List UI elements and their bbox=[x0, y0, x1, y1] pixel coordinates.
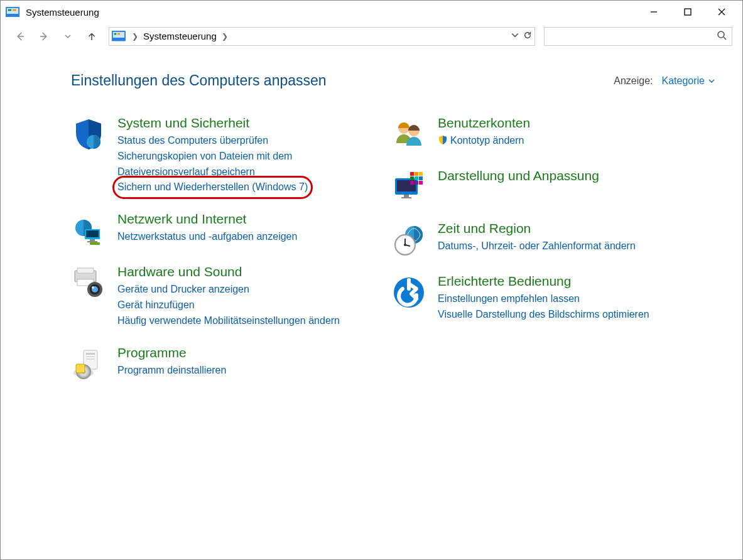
svg-rect-37 bbox=[76, 364, 85, 373]
chevron-down-icon bbox=[708, 78, 715, 84]
category-user-accounts: Benutzerkonten Kontotyp ändern bbox=[391, 116, 693, 152]
category-title[interactable]: Hardware und Sound bbox=[117, 264, 340, 279]
link-date-time-format[interactable]: Datums-, Uhrzeit- oder Zahlenformat ände… bbox=[438, 239, 636, 254]
user-accounts-icon bbox=[391, 117, 426, 152]
svg-rect-3 bbox=[13, 9, 16, 11]
link-network-status[interactable]: Netzwerkstatus und -aufgaben anzeigen bbox=[117, 229, 297, 245]
svg-rect-52 bbox=[419, 181, 423, 185]
titlebar: Systemsteuerung bbox=[1, 1, 742, 23]
chevron-right-icon[interactable]: ❯ bbox=[218, 32, 232, 41]
search-box[interactable] bbox=[544, 27, 732, 46]
category-title[interactable]: Darstellung und Anpassung bbox=[438, 168, 599, 183]
link-recommend-settings[interactable]: Einstellungen empfehlen lassen bbox=[438, 291, 649, 307]
svg-rect-49 bbox=[419, 176, 423, 180]
category-hardware-sound: Hardware und Sound Geräte und Drucker an… bbox=[71, 264, 372, 328]
history-dropdown[interactable] bbox=[57, 27, 79, 46]
svg-point-58 bbox=[404, 244, 406, 246]
svg-line-15 bbox=[724, 37, 726, 40]
search-input[interactable] bbox=[550, 28, 717, 45]
network-icon bbox=[71, 213, 106, 248]
svg-rect-33 bbox=[86, 358, 95, 360]
link-file-history[interactable]: Sicherungskopien von Dateien mit dem Dat… bbox=[117, 149, 372, 180]
up-button[interactable] bbox=[81, 27, 102, 46]
ease-of-access-icon bbox=[391, 275, 426, 310]
appearance-icon bbox=[391, 170, 426, 205]
view-label: Anzeige: bbox=[614, 75, 653, 87]
control-panel-icon bbox=[112, 30, 126, 43]
maximize-button[interactable] bbox=[671, 3, 705, 21]
svg-rect-45 bbox=[415, 172, 418, 176]
category-title[interactable]: Zeit und Region bbox=[438, 221, 636, 236]
view-select[interactable]: Kategorie bbox=[662, 75, 715, 87]
category-title[interactable]: Erleichterte Bedienung bbox=[438, 274, 649, 289]
category-time-region: Zeit und Region Datums-, Uhrzeit- oder Z… bbox=[391, 221, 693, 257]
link-backup-restore-win7[interactable]: Sichern und Wiederherstellen (Windows 7) bbox=[117, 180, 308, 195]
content-area: Einstellungen des Computers anpassen Anz… bbox=[1, 50, 742, 411]
svg-rect-46 bbox=[419, 172, 423, 176]
svg-rect-44 bbox=[410, 172, 414, 176]
category-title[interactable]: Benutzerkonten bbox=[438, 116, 530, 131]
chevron-right-icon[interactable]: ❯ bbox=[128, 32, 142, 41]
category-appearance: Darstellung und Anpassung bbox=[391, 168, 693, 205]
svg-point-29 bbox=[92, 286, 94, 289]
address-dropdown[interactable] bbox=[511, 31, 519, 42]
breadcrumb-item[interactable]: Systemsteuerung bbox=[142, 30, 218, 43]
control-panel-icon bbox=[6, 6, 19, 18]
category-programs: Programme Programm deinstallieren bbox=[71, 345, 372, 382]
search-icon[interactable] bbox=[717, 30, 727, 43]
svg-rect-5 bbox=[685, 9, 691, 15]
category-ease-of-access: Erleichterte Bedienung Einstellungen emp… bbox=[391, 274, 693, 323]
page-title: Einstellungen des Computers anpassen bbox=[71, 72, 327, 89]
svg-rect-21 bbox=[87, 241, 97, 242]
svg-rect-51 bbox=[415, 181, 418, 185]
link-check-status[interactable]: Status des Computers überprüfen bbox=[117, 133, 372, 149]
minimize-button[interactable] bbox=[637, 3, 671, 21]
forward-button[interactable] bbox=[33, 27, 55, 46]
printer-camera-icon bbox=[71, 266, 106, 301]
link-mobility-settings[interactable]: Häufig verwendete Mobilitätseinstellunge… bbox=[117, 313, 340, 329]
link-devices-printers[interactable]: Geräte und Drucker anzeigen bbox=[117, 282, 340, 298]
svg-rect-20 bbox=[90, 239, 95, 241]
link-change-account-type[interactable]: Kontotyp ändern bbox=[438, 133, 530, 149]
svg-rect-22 bbox=[90, 242, 100, 245]
programs-icon bbox=[71, 347, 106, 382]
refresh-button[interactable] bbox=[523, 31, 532, 42]
nav-bar: ❯ Systemsteuerung ❯ bbox=[1, 23, 742, 50]
category-title[interactable]: Programme bbox=[117, 345, 226, 360]
svg-rect-2 bbox=[8, 9, 12, 11]
category-title[interactable]: Netzwerk und Internet bbox=[117, 212, 297, 227]
svg-rect-19 bbox=[86, 230, 99, 237]
link-add-device[interactable]: Gerät hinzufügen bbox=[117, 298, 340, 313]
category-system-security: System und Sicherheit Status des Compute… bbox=[71, 116, 372, 195]
clock-globe-icon bbox=[391, 222, 426, 257]
svg-rect-48 bbox=[415, 176, 418, 180]
address-bar[interactable]: ❯ Systemsteuerung ❯ bbox=[109, 27, 535, 46]
link-optimize-display[interactable]: Visuelle Darstellung des Bildschirms opt… bbox=[438, 307, 649, 323]
category-title[interactable]: System und Sicherheit bbox=[117, 116, 372, 131]
svg-rect-12 bbox=[114, 33, 117, 35]
close-button[interactable] bbox=[705, 3, 739, 21]
svg-rect-43 bbox=[401, 197, 411, 198]
svg-rect-47 bbox=[410, 176, 414, 180]
svg-rect-32 bbox=[86, 356, 95, 357]
link-text: Kontotyp ändern bbox=[450, 135, 524, 146]
uac-shield-icon bbox=[438, 135, 448, 145]
svg-rect-42 bbox=[404, 195, 409, 197]
svg-rect-50 bbox=[410, 181, 414, 185]
svg-rect-13 bbox=[117, 33, 120, 35]
svg-rect-31 bbox=[86, 353, 95, 355]
back-button[interactable] bbox=[9, 27, 31, 46]
category-network: Netzwerk und Internet Netzwerkstatus und… bbox=[71, 212, 372, 248]
link-uninstall-program[interactable]: Programm deinstallieren bbox=[117, 363, 226, 379]
shield-icon bbox=[71, 117, 106, 152]
svg-point-14 bbox=[718, 31, 724, 38]
window-title: Systemsteuerung bbox=[26, 7, 99, 18]
view-value: Kategorie bbox=[662, 75, 705, 87]
svg-rect-24 bbox=[77, 268, 94, 273]
